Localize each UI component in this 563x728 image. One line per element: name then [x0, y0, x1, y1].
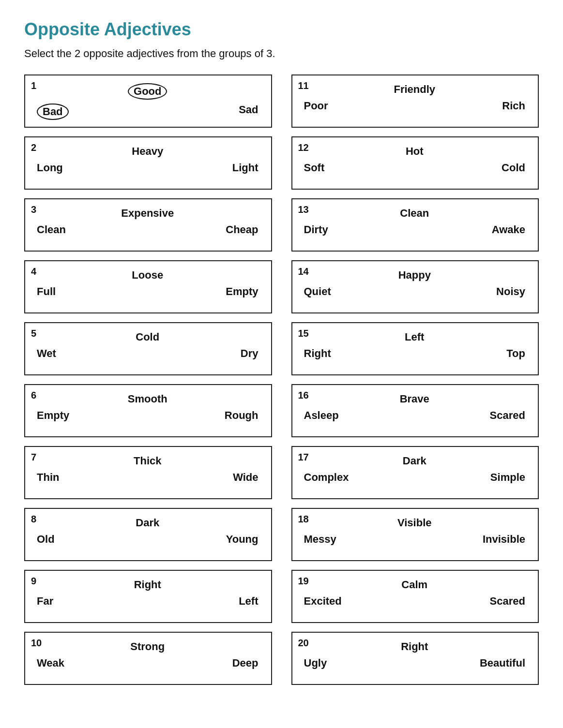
card-number-20: 20 [298, 638, 309, 649]
card-top-word-3: Expensive [121, 207, 174, 220]
card-left-word-2: Long [37, 162, 63, 174]
adjective-card-5: 5ColdWetDry [24, 322, 272, 375]
card-left-word-19: Excited [304, 595, 342, 608]
card-left-word-12: Soft [304, 162, 325, 174]
card-right-word-18: Invisible [483, 533, 525, 546]
card-number-17: 17 [298, 452, 309, 463]
adjective-card-3: 3ExpensiveCleanCheap [24, 198, 272, 252]
card-right-word-7: Wide [233, 471, 258, 484]
card-left-word-9: Far [37, 595, 53, 608]
card-top-word-5: Cold [136, 331, 159, 343]
card-top-word-13: Clean [400, 207, 429, 220]
card-left-word-13: Dirty [304, 223, 328, 236]
adjective-card-16: 16BraveAsleepScared [291, 384, 539, 437]
card-left-word-17: Complex [304, 471, 349, 484]
card-right-word-9: Left [239, 595, 258, 608]
card-right-word-12: Cold [502, 162, 525, 174]
card-left-word-16: Asleep [304, 409, 339, 422]
adjective-card-18: 18VisibleMessyInvisible [291, 508, 539, 561]
card-top-word-2: Heavy [132, 145, 163, 158]
adjective-card-10: 10StrongWeakDeep [24, 632, 272, 685]
card-left-word-11: Poor [304, 100, 328, 112]
card-number-7: 7 [31, 452, 36, 463]
adjective-card-20: 20RightUglyBeautiful [291, 632, 539, 685]
card-number-3: 3 [31, 204, 36, 215]
card-top-word-14: Happy [398, 269, 431, 282]
card-left-word-18: Messy [304, 533, 336, 546]
page-title: Opposite Adjectives [24, 19, 539, 40]
card-left-word-6: Empty [37, 409, 69, 422]
card-right-word-6: Rough [225, 409, 259, 422]
card-right-word-3: Cheap [226, 223, 258, 236]
adjectives-grid: 1GoodBadSad11FriendlyPoorRich2HeavyLongL… [24, 74, 539, 685]
card-right-word-4: Empty [226, 285, 258, 298]
card-left-word-10: Weak [37, 657, 64, 669]
card-number-15: 15 [298, 328, 309, 339]
card-left-word-7: Thin [37, 471, 59, 484]
adjective-card-6: 6SmoothEmptyRough [24, 384, 272, 437]
card-top-word-1: Good [128, 83, 167, 100]
card-number-13: 13 [298, 204, 309, 215]
card-top-word-16: Brave [400, 393, 429, 405]
adjective-card-14: 14HappyQuietNoisy [291, 260, 539, 313]
adjective-card-12: 12HotSoftCold [291, 136, 539, 190]
card-left-word-1: Bad [37, 104, 69, 120]
card-number-19: 19 [298, 576, 309, 587]
adjective-card-7: 7ThickThinWide [24, 446, 272, 499]
card-right-word-13: Awake [492, 223, 525, 236]
card-number-14: 14 [298, 266, 309, 277]
card-number-11: 11 [298, 80, 309, 91]
card-left-word-15: Right [304, 347, 331, 360]
card-right-word-1: Sad [239, 104, 258, 120]
adjective-card-19: 19CalmExcitedScared [291, 570, 539, 623]
card-right-word-16: Scared [490, 409, 525, 422]
card-number-2: 2 [31, 142, 36, 153]
card-number-9: 9 [31, 576, 36, 587]
adjective-card-11: 11FriendlyPoorRich [291, 74, 539, 128]
card-right-word-11: Rich [502, 100, 525, 112]
card-right-word-17: Simple [490, 471, 525, 484]
card-top-word-19: Calm [401, 579, 427, 591]
card-top-word-18: Visible [397, 517, 432, 529]
card-left-word-5: Wet [37, 347, 56, 360]
card-number-5: 5 [31, 328, 36, 339]
card-right-word-15: Top [506, 347, 525, 360]
card-top-word-10: Strong [130, 640, 165, 653]
card-top-word-6: Smooth [128, 393, 167, 405]
adjective-card-4: 4LooseFullEmpty [24, 260, 272, 313]
card-top-word-7: Thick [134, 455, 161, 467]
card-right-word-19: Scared [490, 595, 525, 608]
card-number-4: 4 [31, 266, 36, 277]
card-top-word-4: Loose [132, 269, 163, 282]
card-top-word-12: Hot [406, 145, 424, 158]
adjective-card-1: 1GoodBadSad [24, 74, 272, 128]
subtitle: Select the 2 opposite adjectives from th… [24, 47, 539, 60]
adjective-card-2: 2HeavyLongLight [24, 136, 272, 190]
card-top-word-15: Left [405, 331, 424, 343]
card-left-word-3: Clean [37, 223, 66, 236]
card-top-word-9: Right [134, 579, 161, 591]
card-top-word-11: Friendly [394, 83, 435, 96]
card-right-word-2: Light [232, 162, 259, 174]
card-number-6: 6 [31, 390, 36, 401]
card-right-word-20: Beautiful [480, 657, 525, 669]
card-left-word-8: Old [37, 533, 55, 546]
card-left-word-20: Ugly [304, 657, 327, 669]
adjective-card-17: 17DarkComplexSimple [291, 446, 539, 499]
adjective-card-15: 15LeftRightTop [291, 322, 539, 375]
card-right-word-5: Dry [241, 347, 259, 360]
card-number-1: 1 [31, 80, 36, 91]
card-number-10: 10 [31, 638, 42, 649]
adjective-card-9: 9RightFarLeft [24, 570, 272, 623]
card-top-word-17: Dark [403, 455, 426, 467]
card-number-8: 8 [31, 514, 36, 525]
card-top-word-20: Right [401, 640, 428, 653]
card-number-18: 18 [298, 514, 309, 525]
card-left-word-14: Quiet [304, 285, 331, 298]
card-top-word-8: Dark [136, 517, 159, 529]
card-number-12: 12 [298, 142, 309, 153]
card-left-word-4: Full [37, 285, 56, 298]
card-right-word-8: Young [226, 533, 259, 546]
card-number-16: 16 [298, 390, 309, 401]
adjective-card-8: 8DarkOldYoung [24, 508, 272, 561]
